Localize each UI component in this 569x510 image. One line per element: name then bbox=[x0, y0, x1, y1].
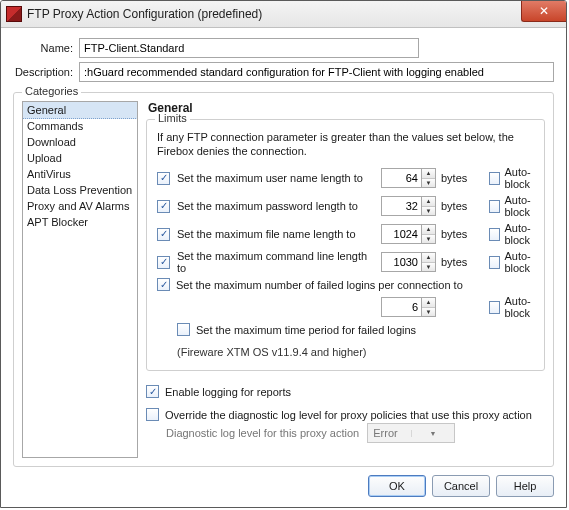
limits-legend: Limits bbox=[155, 112, 190, 124]
chevron-down-icon[interactable]: ▼ bbox=[422, 308, 435, 317]
below-limits: Enable logging for reports Override the … bbox=[146, 385, 545, 443]
name-input[interactable] bbox=[79, 38, 419, 58]
chevron-down-icon[interactable]: ▼ bbox=[422, 235, 435, 244]
spin-input[interactable] bbox=[381, 252, 421, 272]
close-button[interactable]: ✕ bbox=[521, 1, 566, 22]
category-item-general[interactable]: General bbox=[22, 101, 138, 119]
checkbox-autoblock[interactable] bbox=[489, 301, 500, 314]
description-input[interactable] bbox=[79, 62, 554, 82]
spin-commandline[interactable]: ▲▼ bbox=[381, 252, 437, 272]
checkbox-enable-logging[interactable] bbox=[146, 385, 159, 398]
category-item-dlp[interactable]: Data Loss Prevention bbox=[23, 182, 137, 198]
spin-arrows[interactable]: ▲▼ bbox=[421, 168, 436, 188]
checkbox-commandline[interactable] bbox=[157, 256, 170, 269]
autoblock-label: Auto-block bbox=[504, 250, 549, 274]
categories-list[interactable]: General Commands Download Upload AntiVir… bbox=[22, 101, 138, 458]
spin-failed-logins[interactable]: ▲▼ bbox=[381, 297, 437, 317]
diag-level-label: Diagnostic log level for this proxy acti… bbox=[166, 427, 359, 439]
checkbox-time-period[interactable] bbox=[177, 323, 190, 336]
titlebar: FTP Proxy Action Configuration (predefin… bbox=[1, 1, 566, 28]
help-button[interactable]: Help bbox=[496, 475, 554, 497]
close-icon: ✕ bbox=[539, 5, 549, 17]
right-pane: General Limits If any FTP connection par… bbox=[146, 101, 545, 458]
name-row: Name: bbox=[13, 38, 554, 58]
dialog-window: FTP Proxy Action Configuration (predefin… bbox=[0, 0, 567, 508]
unit-label: bytes bbox=[441, 200, 475, 212]
cancel-button[interactable]: Cancel bbox=[432, 475, 490, 497]
ok-button[interactable]: OK bbox=[368, 475, 426, 497]
app-icon bbox=[6, 6, 22, 22]
limit-row-commandline: Set the maximum command line length to ▲… bbox=[157, 250, 534, 274]
spin-filename[interactable]: ▲▼ bbox=[381, 224, 437, 244]
chevron-up-icon[interactable]: ▲ bbox=[422, 169, 435, 179]
category-item-proxy-av-alarms[interactable]: Proxy and AV Alarms bbox=[23, 198, 137, 214]
chevron-up-icon[interactable]: ▲ bbox=[422, 197, 435, 207]
category-item-upload[interactable]: Upload bbox=[23, 150, 137, 166]
spin-username[interactable]: ▲▼ bbox=[381, 168, 437, 188]
section-heading: General bbox=[148, 101, 545, 115]
firmware-note: (Fireware XTM OS v11.9.4 and higher) bbox=[177, 346, 534, 358]
checkbox-failed-logins[interactable] bbox=[157, 278, 170, 291]
checkbox-password[interactable] bbox=[157, 200, 170, 213]
limit-row-filename: Set the maximum file name length to ▲▼ b… bbox=[157, 222, 534, 246]
spin-input[interactable] bbox=[381, 168, 421, 188]
category-item-apt-blocker[interactable]: APT Blocker bbox=[23, 214, 137, 230]
limit-label: Set the maximum user name length to bbox=[177, 172, 377, 184]
limit-row-password: Set the maximum password length to ▲▼ by… bbox=[157, 194, 534, 218]
chevron-down-icon[interactable]: ▼ bbox=[422, 179, 435, 188]
chevron-down-icon: ▼ bbox=[411, 430, 455, 437]
diag-level-value: Error bbox=[368, 427, 411, 439]
enable-logging-label: Enable logging for reports bbox=[165, 386, 291, 398]
checkbox-autoblock[interactable] bbox=[489, 228, 500, 241]
category-item-commands[interactable]: Commands bbox=[23, 118, 137, 134]
failed-logins-label: Set the maximum number of failed logins … bbox=[176, 279, 463, 291]
enable-logging-row: Enable logging for reports bbox=[146, 385, 545, 398]
limits-group: Limits If any FTP connection parameter i… bbox=[146, 119, 545, 371]
limit-row-failed-value: ▲▼ Auto-block bbox=[157, 295, 534, 319]
limit-label: Set the maximum command line length to bbox=[177, 250, 377, 274]
limit-row-username: Set the maximum user name length to ▲▼ b… bbox=[157, 166, 534, 190]
chevron-up-icon[interactable]: ▲ bbox=[422, 253, 435, 263]
categories-fieldset: Categories General Commands Download Upl… bbox=[13, 92, 554, 467]
spin-arrows[interactable]: ▲▼ bbox=[421, 252, 436, 272]
chevron-down-icon[interactable]: ▼ bbox=[422, 207, 435, 216]
autoblock-label: Auto-block bbox=[504, 295, 549, 319]
checkbox-autoblock[interactable] bbox=[489, 256, 500, 269]
category-item-antivirus[interactable]: AntiVirus bbox=[23, 166, 137, 182]
checkbox-override-diag[interactable] bbox=[146, 408, 159, 421]
spin-arrows[interactable]: ▲▼ bbox=[421, 297, 436, 317]
time-period-label: Set the maximum time period for failed l… bbox=[196, 324, 416, 336]
description-row: Description: bbox=[13, 62, 554, 82]
spin-input[interactable] bbox=[381, 196, 421, 216]
autoblock-label: Auto-block bbox=[504, 222, 549, 246]
checkbox-autoblock[interactable] bbox=[489, 172, 500, 185]
spin-arrows[interactable]: ▲▼ bbox=[421, 196, 436, 216]
time-period-row: Set the maximum time period for failed l… bbox=[177, 323, 534, 336]
category-item-download[interactable]: Download bbox=[23, 134, 137, 150]
spin-input[interactable] bbox=[381, 297, 421, 317]
spin-arrows[interactable]: ▲▼ bbox=[421, 224, 436, 244]
spin-password[interactable]: ▲▼ bbox=[381, 196, 437, 216]
unit-label: bytes bbox=[441, 228, 475, 240]
spin-input[interactable] bbox=[381, 224, 421, 244]
chevron-up-icon[interactable]: ▲ bbox=[422, 298, 435, 308]
chevron-up-icon[interactable]: ▲ bbox=[422, 225, 435, 235]
diag-level-combo: Error ▼ bbox=[367, 423, 455, 443]
checkbox-username[interactable] bbox=[157, 172, 170, 185]
override-diag-row: Override the diagnostic log level for pr… bbox=[146, 408, 545, 421]
checkbox-autoblock[interactable] bbox=[489, 200, 500, 213]
unit-label: bytes bbox=[441, 256, 475, 268]
diag-level-row: Diagnostic log level for this proxy acti… bbox=[166, 423, 545, 443]
window-title: FTP Proxy Action Configuration (predefin… bbox=[27, 7, 262, 21]
limit-row-failed-logins: Set the maximum number of failed logins … bbox=[157, 278, 534, 291]
autoblock-label: Auto-block bbox=[504, 194, 549, 218]
limits-note: If any FTP connection parameter is great… bbox=[157, 130, 534, 158]
categories-legend: Categories bbox=[22, 85, 81, 97]
limit-label: Set the maximum file name length to bbox=[177, 228, 377, 240]
name-label: Name: bbox=[13, 42, 73, 54]
client-area: Name: Description: Categories General Co… bbox=[1, 28, 566, 507]
button-bar: OK Cancel Help bbox=[13, 475, 554, 497]
checkbox-filename[interactable] bbox=[157, 228, 170, 241]
chevron-down-icon[interactable]: ▼ bbox=[422, 263, 435, 272]
unit-label: bytes bbox=[441, 172, 475, 184]
